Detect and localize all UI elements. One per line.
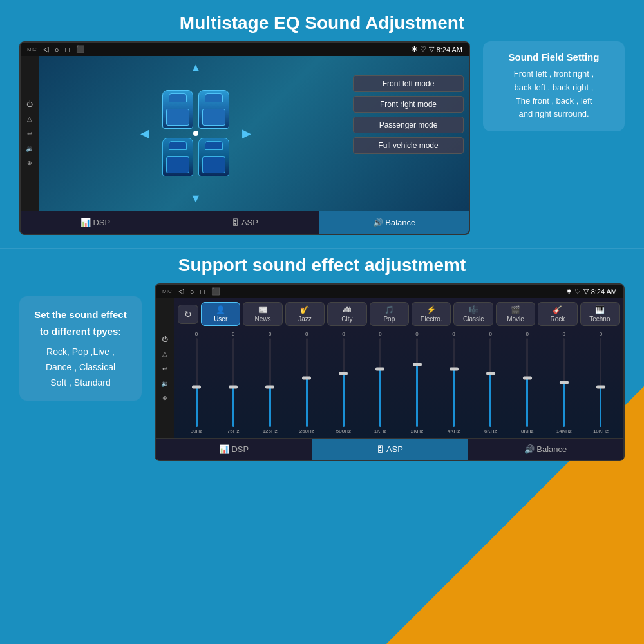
front-right-seat[interactable] [198, 90, 229, 129]
section-eq-sound: Multistage EQ Sound Adjustment MIC ◁ ○ □… [0, 0, 644, 242]
time-display-2: 8:24 AM [591, 288, 617, 296]
mode-buttons-area: Front left mode Front right mode Passeng… [353, 56, 469, 211]
eq-band-18KHz[interactable]: 018KHz [583, 331, 618, 434]
eq-presets: ↻ 👤 User 📰 News 🎷 Jazz [178, 302, 620, 326]
recents-icon-2[interactable]: □ [200, 288, 205, 296]
eq-band-8KHz[interactable]: 08KHz [510, 331, 545, 434]
preset-user[interactable]: 👤 User [201, 302, 240, 326]
recents-icon[interactable]: □ [65, 46, 70, 53]
home-side-btn[interactable]: △ [23, 115, 36, 122]
vol-up-btn[interactable]: ⊕ [23, 160, 36, 166]
home-icon[interactable]: ○ [55, 46, 59, 53]
balance-icon-1: 🔊 [373, 218, 383, 227]
location-icon-2: ♡ [574, 287, 581, 296]
bluetooth-icon-2: ✱ [566, 287, 572, 296]
vol-up-btn-2[interactable]: ⊕ [158, 395, 171, 401]
eq-band-2KHz[interactable]: 02KHz [399, 331, 434, 434]
preset-jazz[interactable]: 🎷 Jazz [285, 302, 325, 326]
eq-handle-500Hz[interactable] [339, 372, 348, 375]
back-side-btn[interactable]: ↩ [23, 130, 36, 137]
vol-down-btn-2[interactable]: 🔉 [158, 380, 171, 387]
eq-band-4KHz[interactable]: 04KHz [437, 331, 471, 434]
eq-handle-14KHz[interactable] [560, 381, 569, 384]
status-bar-1: MIC ◁ ○ □ ⬛ ✱ ♡ ▽ 8:24 AM [21, 43, 469, 56]
eq-handle-18KHz[interactable] [596, 385, 605, 388]
nav-right[interactable]: ▶ [242, 126, 251, 140]
eq-band-30Hz[interactable]: 030Hz [179, 331, 214, 434]
eq-balance-tab[interactable]: 🔊 Balance [468, 438, 623, 460]
eq-dsp-tab[interactable]: 📊 DSP [156, 438, 312, 460]
home-icon-2[interactable]: ○ [190, 288, 194, 296]
rear-right-seat[interactable] [198, 138, 229, 176]
full-vehicle-mode-btn[interactable]: Full vehicle mode [353, 137, 464, 154]
sound-field-desc: Front left , front right ,back left , ba… [496, 68, 612, 121]
preset-pop[interactable]: 🎵 Pop [370, 302, 409, 326]
eq-sliders: 030Hz075Hz0125Hz0250Hz0500Hz01KHz02KHz04… [178, 331, 620, 434]
preset-rock[interactable]: 🎸 Rock [538, 302, 577, 326]
eq-handle-1KHz[interactable] [375, 368, 384, 371]
car-visual-area: ▲ ◀ [39, 56, 353, 211]
eq-handle-75Hz[interactable] [229, 385, 238, 388]
rear-left-seat[interactable] [162, 138, 193, 176]
dsp-icon-1: 📊 [80, 218, 91, 227]
nav-left[interactable]: ◀ [140, 126, 149, 140]
eq-dsp-icon: 📊 [219, 444, 229, 454]
eq-handle-2KHz[interactable] [413, 363, 422, 366]
eq-balance-icon: 🔊 [524, 444, 535, 454]
sound-effect-list: Rock, Pop ,Live ,Dance , ClassicalSoft ,… [32, 345, 129, 390]
sound-effect-title: Set the sound effectto different tpyes: [32, 307, 129, 339]
front-right-mode-btn[interactable]: Front right mode [353, 96, 464, 113]
eq-asp-tab[interactable]: 🎛 ASP [312, 438, 468, 460]
home-side-btn-2[interactable]: △ [158, 350, 171, 357]
preset-techno[interactable]: 🎹 Techno [580, 302, 620, 326]
side-controls-1: ⏻ △ ↩ 🔉 ⊕ [21, 56, 39, 211]
back-side-btn-2[interactable]: ↩ [158, 365, 171, 372]
preset-electro[interactable]: ⚡ Electro. [412, 302, 451, 326]
dsp-tab-1[interactable]: 📊 DSP [21, 211, 170, 234]
car-seats [162, 90, 229, 176]
eq-band-75Hz[interactable]: 075Hz [216, 331, 251, 434]
eq-bottom-tabs: 📊 DSP 🎛 ASP 🔊 Balance [156, 438, 623, 460]
front-left-mode-btn[interactable]: Front left mode [353, 75, 464, 92]
eq-main: ↻ 👤 User 📰 News 🎷 Jazz [174, 298, 623, 438]
eq-asp-icon: 🎛 [376, 444, 384, 454]
vol-down-btn[interactable]: 🔉 [23, 145, 36, 152]
power-btn[interactable]: ⏻ [23, 100, 36, 108]
section2-title: Support sound effect adjustmemt [19, 255, 625, 276]
eq-band-500Hz[interactable]: 0500Hz [326, 331, 361, 434]
eq-handle-6KHz[interactable] [486, 372, 495, 375]
mic-label-2: MIC [162, 289, 172, 294]
back-icon-2[interactable]: ◁ [178, 287, 184, 296]
eq-band-6KHz[interactable]: 06KHz [473, 331, 508, 434]
bluetooth-icon: ✱ [412, 45, 417, 53]
balance-tab-1[interactable]: 🔊 Balance [319, 211, 469, 234]
eq-handle-4KHz[interactable] [450, 368, 459, 371]
section1-title: Multistage EQ Sound Adjustment [19, 13, 625, 33]
eq-band-14KHz[interactable]: 014KHz [547, 331, 582, 434]
nav-down[interactable]: ▼ [190, 192, 202, 205]
asp-tab-1[interactable]: 🎛 ASP [170, 211, 319, 234]
passenger-mode-btn[interactable]: Passenger mode [353, 117, 464, 133]
screenshot-icon-2[interactable]: ⬛ [211, 287, 220, 296]
eq-band-250Hz[interactable]: 0250Hz [289, 331, 324, 434]
preset-news[interactable]: 📰 News [243, 302, 282, 326]
eq-handle-30Hz[interactable] [192, 385, 201, 388]
asp-icon-1: 🎛 [231, 218, 240, 227]
eq-band-1KHz[interactable]: 01KHz [363, 331, 397, 434]
eq-handle-125Hz[interactable] [265, 385, 274, 388]
time-display-1: 8:24 AM [437, 46, 462, 53]
bottom-tabs-1: 📊 DSP 🎛 ASP 🔊 Balance [21, 211, 469, 234]
eq-handle-8KHz[interactable] [523, 377, 532, 380]
power-btn-2[interactable]: ⏻ [158, 336, 171, 343]
refresh-button[interactable]: ↻ [178, 305, 198, 324]
preset-classic[interactable]: 🎼 Classic [453, 302, 493, 326]
screenshot-icon[interactable]: ⬛ [76, 45, 85, 53]
eq-handle-250Hz[interactable] [302, 377, 311, 380]
front-left-seat[interactable] [162, 90, 193, 129]
back-icon[interactable]: ◁ [43, 45, 48, 53]
sound-effect-box: Set the sound effectto different tpyes: … [19, 296, 142, 401]
eq-band-125Hz[interactable]: 0125Hz [252, 331, 287, 434]
nav-up[interactable]: ▲ [190, 61, 202, 75]
preset-movie[interactable]: 🎬 Movie [496, 302, 535, 326]
preset-city[interactable]: 🏙 City [327, 302, 366, 326]
